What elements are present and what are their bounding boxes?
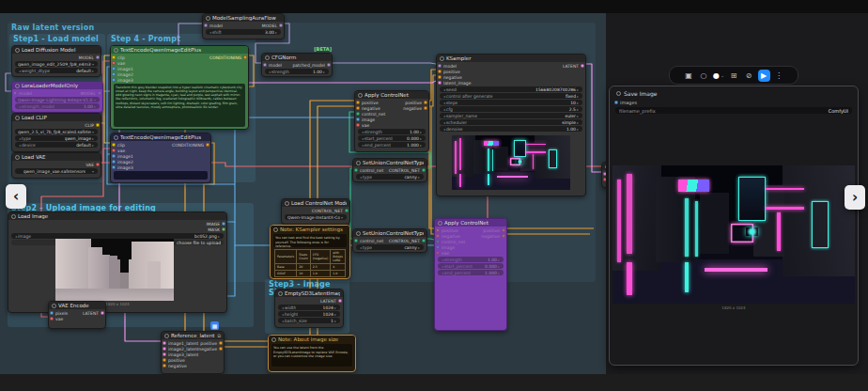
clip-port-dot[interactable] (96, 123, 100, 127)
widget-device[interactable]: ◂devicedefault▸ (15, 142, 98, 148)
increment-arrow-icon[interactable]: ▸ (91, 136, 95, 141)
subgraph-icon[interactable]: ⧉ (217, 333, 221, 339)
increment-arrow-icon[interactable]: ▸ (91, 69, 95, 73)
collapse-dot-icon[interactable] (356, 161, 361, 165)
increment-arrow-icon[interactable]: ▸ (417, 175, 421, 180)
model-port-dot[interactable] (98, 91, 101, 95)
images-port[interactable] (614, 101, 618, 104)
widget-control-after-generate[interactable]: ◂control after generatefixed▸ (440, 93, 582, 99)
model-port-dot[interactable] (204, 23, 208, 27)
positive-port-dot[interactable] (219, 341, 223, 345)
image-port-dot[interactable] (436, 245, 440, 249)
increment-arrow-icon[interactable]: ▸ (417, 245, 421, 250)
latent-image-port[interactable]: latent_image (438, 80, 471, 86)
pixels-port-dot[interactable] (50, 311, 54, 315)
control-net-port[interactable]: CONTROL_NET (312, 208, 349, 213)
widget-strength[interactable]: ◂strength1.00▸ (358, 129, 426, 134)
widget-start-percent[interactable]: ◂start_percent0.000▸ (358, 135, 426, 141)
widget-type[interactable]: ◂typecanny▸ (356, 244, 424, 250)
positive-port-dot[interactable] (356, 101, 360, 104)
widget-cfg[interactable]: ◂cfg2.5▸ (440, 106, 582, 112)
collapse-dot-icon[interactable] (271, 337, 276, 342)
widget-seed[interactable]: ◂seed156680208700286▸ (440, 86, 582, 92)
increment-arrow-icon[interactable]: ▸ (217, 234, 221, 239)
node-note-ksampler-settings[interactable]: Note: KSampler settingsYou can test and … (270, 225, 350, 279)
increment-arrow-icon[interactable]: ▸ (497, 264, 501, 269)
model-port[interactable]: MODEL (81, 90, 101, 96)
vae-port[interactable]: vae (356, 122, 369, 128)
node-reference-latent-3[interactable]: Reference_latent (3…⧉▦image1_latentimage… (161, 331, 225, 374)
control-net-port[interactable]: control_net (354, 238, 383, 243)
clip-port-dot[interactable] (112, 55, 116, 59)
vae-port[interactable]: vae (50, 316, 63, 321)
latent-port[interactable]: LATENT (83, 310, 104, 316)
node-load-clip[interactable]: Load CLIPCLIPqwen_2.5_vl_7b_fp8_scaled.s… (11, 113, 101, 152)
filename-prefix-widget[interactable]: filename_prefix ComfyUI (615, 107, 852, 114)
control-net-port[interactable]: CONTROL_NET (389, 167, 426, 173)
vae-port[interactable]: VAE (85, 162, 100, 167)
widget-steps[interactable]: ◂steps10▸ (440, 100, 582, 105)
widget-qwen-image-vae-safetensors[interactable]: qwen_image_vae.safetensors▾ (15, 168, 98, 174)
collapse-dot-icon[interactable] (356, 231, 361, 236)
latent-port-dot[interactable] (338, 299, 342, 303)
control-net-port[interactable]: CONTROL_NET (389, 238, 426, 243)
widget-type[interactable]: ◂typeqwen_image▸ (15, 135, 98, 141)
widget-strength[interactable]: ◂strength1.00▸ (438, 257, 504, 262)
increment-arrow-icon[interactable]: ▸ (333, 305, 337, 310)
bypass-icon[interactable]: ⊘ (743, 70, 755, 82)
image3-latent-port-dot[interactable] (163, 352, 166, 356)
image-port-dot[interactable] (356, 117, 360, 121)
model-port[interactable]: MODEL (262, 23, 283, 28)
image3-port-dot[interactable] (112, 78, 116, 82)
image1-port-dot[interactable] (112, 154, 116, 158)
image2-port-dot[interactable] (112, 160, 116, 164)
more-icon[interactable]: ⋮ (773, 70, 785, 82)
widget-strength[interactable]: ◂strength1.00▸ (265, 69, 329, 74)
node-ksampler[interactable]: KSamplermodelpositivenegativelatent_imag… (436, 54, 586, 196)
collapse-dot-icon[interactable] (440, 56, 444, 61)
conditioning-port-dot[interactable] (206, 143, 209, 147)
patched-model-port-dot[interactable] (327, 63, 331, 67)
collapse-dot-icon[interactable] (52, 304, 56, 308)
positive-port-dot[interactable] (502, 228, 505, 232)
negative-port[interactable]: negative (198, 346, 223, 352)
save-image-panel[interactable]: Save Image images filename_prefix ComfyU… (609, 86, 859, 366)
node-circle-icon[interactable]: ○ (698, 70, 710, 82)
clip-port[interactable]: CLIP (85, 122, 100, 128)
vae-port-dot[interactable] (112, 61, 116, 65)
increment-arrow-icon[interactable]: ▸ (576, 127, 580, 132)
collapse-dot-icon[interactable] (285, 201, 289, 206)
collapse-dot-icon[interactable] (273, 227, 278, 232)
image2-port-dot[interactable] (112, 72, 116, 76)
collapse-dot-icon[interactable] (114, 135, 118, 140)
vae-port-dot[interactable] (112, 149, 116, 152)
node-cfgnorm[interactable]: CFGNorm[BETA]modelpatched_model◂strength… (261, 53, 333, 77)
increment-arrow-icon[interactable]: ▸ (576, 120, 580, 125)
increment-arrow-icon[interactable]: ▸ (419, 136, 423, 141)
positive-port-dot[interactable] (436, 228, 440, 232)
chevron-down-icon[interactable]: ▾ (91, 130, 95, 134)
positive-port-dot[interactable] (438, 70, 442, 73)
widget-sampler-name[interactable]: ◂sampler_nameeuler▸ (440, 113, 582, 118)
negative-port-dot[interactable] (436, 234, 440, 238)
widget-qwen-image-edit-2509-fp8-e4m3fn-safetensors[interactable]: qwen_image_edit_2509_fp8_e4m3fn.safetens… (15, 61, 98, 67)
increment-arrow-icon[interactable]: ▸ (322, 70, 326, 74)
model-port-dot[interactable] (263, 63, 267, 67)
node-loraloadermodelonly[interactable]: LoraLoaderModelOnlymodelMODELQwen-Image-… (11, 81, 103, 113)
widget-strength-model[interactable]: ◂strength_model1.00▸ (15, 103, 100, 109)
node-load-vae[interactable]: Load VAEVAEqwen_image_vae.safetensors▾ (11, 152, 101, 179)
conditioning-port[interactable]: CONDITIONING (172, 142, 209, 148)
image3-port[interactable]: image3 (112, 164, 133, 170)
node-setunioncontrolnettype[interactable]: SetUnionControlNetTypecontrol_netCONTROL… (352, 228, 427, 253)
negative-port-dot[interactable] (438, 75, 442, 79)
chevron-down-icon[interactable]: ▾ (93, 98, 97, 102)
control-net-port-dot[interactable] (345, 209, 349, 212)
patched-model-port[interactable]: patched_model (292, 62, 331, 68)
negative-port-dot[interactable] (219, 347, 223, 351)
latent-port[interactable]: LATENT (563, 63, 584, 69)
nav-next-button[interactable]: › (845, 185, 865, 210)
widget-denoise[interactable]: ◂denoise1.00▸ (440, 126, 582, 132)
image3-port[interactable]: image3 (112, 77, 133, 83)
control-net-port-dot[interactable] (422, 168, 426, 172)
collapse-dot-icon[interactable] (114, 48, 118, 53)
